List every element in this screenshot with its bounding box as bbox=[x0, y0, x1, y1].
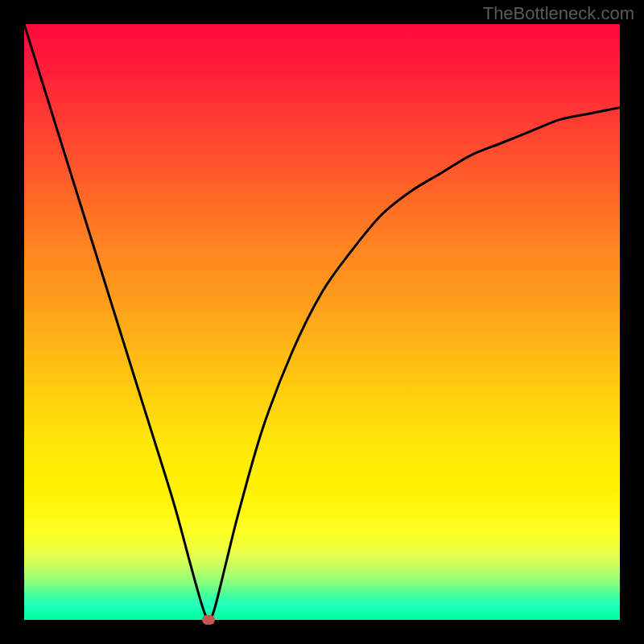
bottleneck-curve-path bbox=[24, 24, 620, 620]
watermark-text: TheBottleneck.com bbox=[483, 3, 634, 24]
plot-area bbox=[24, 24, 620, 620]
curve-svg bbox=[24, 24, 620, 620]
minimum-marker bbox=[202, 615, 215, 625]
chart-container: TheBottleneck.com bbox=[0, 0, 644, 644]
